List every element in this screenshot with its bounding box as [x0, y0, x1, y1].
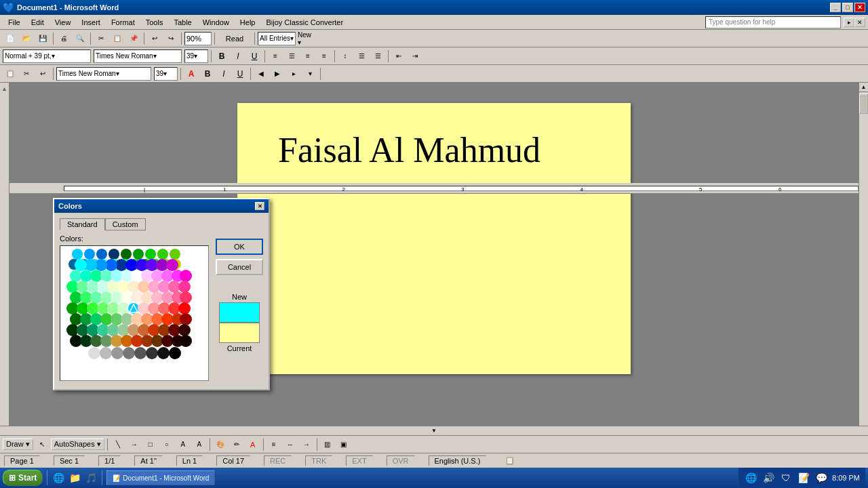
preview-btn[interactable]: 🔍 — [73, 31, 87, 46]
menu-insert[interactable]: Insert — [76, 17, 106, 28]
underline-btn[interactable]: U — [247, 49, 262, 64]
italic-btn2[interactable]: I — [216, 66, 231, 81]
font-dropdown[interactable]: Times New Roman▾ — [94, 49, 182, 63]
taskbar-ie-icon[interactable]: 🌐 — [52, 471, 65, 485]
ok-button[interactable]: OK — [216, 239, 263, 255]
color-picker-area[interactable] — [60, 245, 209, 381]
all-entries-dropdown[interactable]: All Entries ▾ — [258, 32, 296, 45]
svg-point-42 — [180, 270, 192, 282]
new-btn[interactable]: 📄 — [3, 31, 18, 46]
ruler-horizontal: | 1 2 3 4 5 6 — [9, 183, 859, 194]
justify-btn2[interactable]: ▾ — [302, 66, 317, 81]
align-left-btn[interactable]: ≡ — [268, 49, 283, 64]
close-button[interactable]: ✕ — [854, 3, 865, 12]
menu-file[interactable]: File — [3, 17, 26, 28]
print-btn[interactable]: 🖨 — [56, 31, 71, 46]
italic-btn[interactable]: I — [231, 49, 245, 64]
font-color-btn2[interactable]: A — [245, 437, 260, 452]
arrow-btn[interactable]: → — [127, 437, 142, 452]
size-dropdown[interactable]: 39▾ — [184, 49, 208, 63]
fill-color-btn[interactable]: 🎨 — [213, 437, 228, 452]
read-btn[interactable]: Read — [218, 31, 252, 46]
autoshapes-dropdown[interactable]: AutoShapes ▾ — [51, 439, 104, 450]
sep18 — [317, 439, 317, 451]
indent-decrease-btn[interactable]: ⇤ — [391, 49, 406, 64]
menu-window[interactable]: Window — [197, 17, 235, 28]
font-dropdown2[interactable]: Times New Roman▾ — [56, 67, 151, 81]
dialog-tabs: Standard Custom — [60, 218, 209, 230]
dialog-close-button[interactable]: ✕ — [255, 202, 264, 210]
taskbar: ⊞ Start 🌐 📁 🎵 📝 Document1 - Microsoft Wo… — [0, 468, 868, 488]
draw-toolbar: Draw ▾ ↖ AutoShapes ▾ ╲ → □ ○ A A 🎨 ✏ A … — [0, 435, 868, 453]
copy-btn[interactable]: 📋 — [110, 31, 125, 46]
open-btn[interactable]: 📂 — [19, 31, 34, 46]
tab-custom[interactable]: Custom — [105, 218, 146, 230]
menu-format[interactable]: Format — [106, 17, 140, 28]
rect-btn[interactable]: □ — [143, 437, 158, 452]
line-btn[interactable]: ╲ — [111, 437, 125, 452]
align-center-btn2[interactable]: ▶ — [270, 66, 285, 81]
minimize-button[interactable]: _ — [830, 3, 841, 12]
svg-point-115 — [180, 335, 192, 347]
align-left-btn2[interactable]: ◀ — [254, 66, 269, 81]
taskbar-media-icon[interactable]: 🎵 — [84, 471, 98, 485]
word-taskbar-button[interactable]: 📝 Document1 - Microsoft Word — [106, 470, 215, 485]
question-expand-btn[interactable]: ▸ — [844, 18, 854, 27]
style-dropdown[interactable]: Normal + 39 pt,▾ — [3, 49, 91, 63]
justify-btn[interactable]: ≡ — [317, 49, 332, 64]
size-dropdown2[interactable]: 39▾ — [154, 67, 178, 81]
wordart-btn[interactable]: A — [192, 437, 207, 452]
taskbar-explorer-icon[interactable]: 📁 — [68, 471, 81, 485]
line-style-btn[interactable]: ≡ — [267, 437, 281, 452]
tab-standard[interactable]: Standard — [60, 218, 105, 230]
align-right-btn2[interactable]: ▸ — [286, 66, 301, 81]
save-btn[interactable]: 💾 — [35, 31, 50, 46]
document-page[interactable]: Faisal Al Mahmud — [237, 103, 631, 374]
indent-increase-btn[interactable]: ⇥ — [408, 49, 422, 64]
line-color-btn[interactable]: ✏ — [229, 437, 244, 452]
menu-bijoy[interactable]: Bijoy Classic Converter — [260, 17, 349, 28]
align-right-btn[interactable]: ≡ — [300, 49, 315, 64]
sep12 — [180, 68, 181, 80]
question-close-btn[interactable]: ✕ — [854, 18, 865, 27]
tb3-btn2[interactable]: ✂ — [19, 66, 34, 81]
oval-btn[interactable]: ○ — [159, 437, 174, 452]
font-color-btn[interactable]: A — [184, 66, 199, 81]
draw-dropdown[interactable]: Draw ▾ — [3, 439, 33, 450]
dash-style-btn[interactable]: -- — [283, 437, 298, 452]
zoom-input[interactable]: 90% — [184, 32, 212, 45]
restore-button[interactable]: □ — [842, 3, 853, 12]
arrow-style-btn[interactable]: → — [299, 437, 314, 452]
paste-btn[interactable]: 📌 — [126, 31, 141, 46]
vertical-scrollbar[interactable]: ▲ ▼ — [859, 83, 868, 435]
bold-btn[interactable]: B — [214, 49, 229, 64]
menu-edit[interactable]: Edit — [26, 17, 50, 28]
menu-table[interactable]: Table — [168, 17, 197, 28]
question-box[interactable]: Type question for help — [705, 16, 841, 28]
textbox-btn[interactable]: A — [176, 437, 191, 452]
bullets-btn[interactable]: ☰ — [354, 49, 369, 64]
bold-btn2[interactable]: B — [200, 66, 215, 81]
cut-btn[interactable]: ✂ — [94, 31, 108, 46]
menu-view[interactable]: View — [50, 17, 77, 28]
align-center-btn[interactable]: ☰ — [284, 49, 299, 64]
underline-btn2[interactable]: U — [233, 66, 248, 81]
draw-select-btn[interactable]: ↖ — [35, 437, 50, 452]
tb3-btn3[interactable]: ↩ — [35, 66, 50, 81]
document-text[interactable]: Faisal Al Mahmud — [278, 130, 590, 170]
line-spacing-btn[interactable]: ↕ — [338, 49, 353, 64]
numbering-btn[interactable]: ☰ — [370, 49, 385, 64]
menu-help[interactable]: Help — [235, 17, 261, 28]
cancel-button[interactable]: Cancel — [216, 259, 263, 275]
3d-btn[interactable]: ▣ — [336, 437, 351, 452]
menu-tools[interactable]: Tools — [140, 17, 169, 28]
svg-point-7 — [84, 249, 95, 260]
tb3-btn1[interactable]: 📋 — [3, 66, 18, 81]
color-wheel-svg[interactable] — [60, 246, 193, 378]
shadow-btn[interactable]: ▥ — [320, 437, 335, 452]
new-entry-btn[interactable]: New ▾ — [297, 31, 312, 46]
start-button[interactable]: ⊞ Start — [3, 470, 43, 486]
window-title: Document1 - Microsoft Word — [17, 3, 119, 12]
undo-btn[interactable]: ↩ — [147, 31, 162, 46]
redo-btn[interactable]: ↪ — [163, 31, 178, 46]
